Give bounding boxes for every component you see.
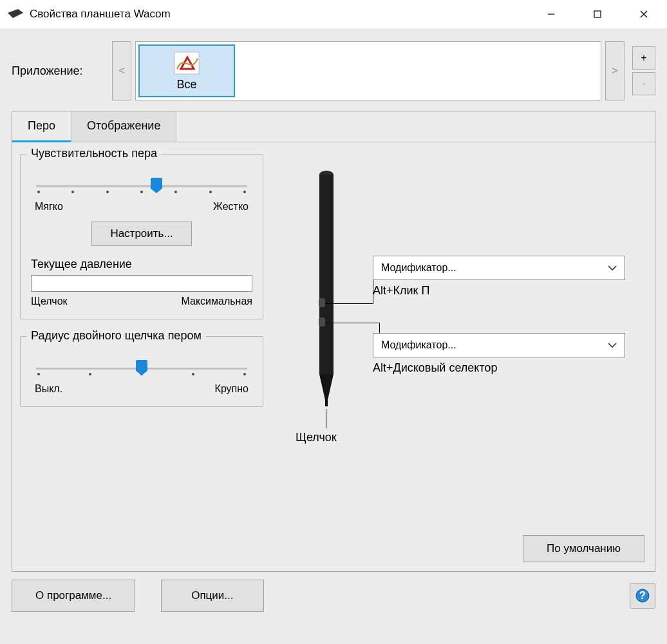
help-icon: ? — [635, 589, 650, 603]
svg-rect-8 — [325, 400, 328, 406]
panel-body: Чувствительность пера Мягко Жестко Настр… — [12, 142, 655, 536]
svg-text:?: ? — [639, 590, 646, 601]
svg-rect-7 — [319, 175, 334, 374]
panel-footer: По умолчанию — [523, 535, 644, 562]
settings-panel: Перо Отображение Чувствительность пера М… — [12, 111, 655, 572]
window-title: Свойства планшета Wacom — [30, 8, 528, 21]
app-scroll-left[interactable]: < — [112, 41, 131, 100]
connector-line — [325, 323, 379, 323]
all-apps-icon — [172, 51, 202, 77]
pen-button2-label: Модификатор... — [381, 339, 456, 351]
pen-button1-label: Модификатор... — [381, 262, 456, 274]
svg-rect-10 — [319, 317, 325, 327]
tip-feel-title: Чувствительность пера — [27, 147, 161, 160]
bottom-bar: О программе... Опции... ? — [0, 580, 667, 623]
about-button[interactable]: О программе... — [12, 580, 135, 612]
svg-marker-0 — [8, 9, 23, 18]
minimize-button[interactable] — [528, 0, 574, 28]
maximize-button[interactable] — [574, 0, 621, 28]
connector-line — [325, 303, 373, 304]
pen-button2-value: Alt+Дисковый селектор — [373, 361, 625, 375]
connector-line — [326, 409, 326, 428]
svg-rect-9 — [319, 298, 325, 307]
help-button[interactable]: ? — [630, 583, 655, 609]
double-click-title: Радиус двойного щелчка пером — [27, 329, 205, 343]
app-item-label: Все — [176, 78, 196, 91]
left-column: Чувствительность пера Мягко Жестко Настр… — [20, 154, 263, 525]
options-button[interactable]: Опции... — [161, 580, 263, 612]
pen-button1-value: Alt+Клик П — [373, 284, 625, 298]
pen-button1-dropdown[interactable]: Модификатор... — [373, 256, 625, 280]
titlebar: Свойства планшета Wacom — [0, 0, 667, 28]
tab-bar: Перо Отображение — [12, 111, 655, 142]
double-click-slider[interactable] — [36, 360, 247, 378]
app-scroll-right[interactable]: > — [605, 41, 625, 100]
application-label: Приложение: — [12, 64, 108, 78]
right-column: Щелчок Модификатор... Alt+Клик П Модифик… — [276, 154, 647, 525]
client-area: Приложение: < Все > + - Перо Отображение — [0, 28, 667, 644]
tip-feel-slider[interactable] — [36, 178, 247, 196]
application-strip: Все — [135, 41, 601, 100]
pen-button2-dropdown[interactable]: Модификатор... — [373, 333, 625, 357]
double-click-group: Радиус двойного щелчка пером Выкл. Крупн… — [20, 336, 263, 407]
double-click-large: Крупно — [215, 383, 249, 395]
remove-app-button[interactable]: - — [632, 72, 655, 95]
tip-feel-group: Чувствительность пера Мягко Жестко Настр… — [20, 154, 263, 319]
add-app-button[interactable]: + — [632, 46, 655, 70]
chevron-down-icon — [608, 262, 617, 274]
chevron-down-icon — [608, 339, 617, 351]
pen-button1-row: Модификатор... Alt+Клик П — [373, 256, 625, 298]
pressure-click: Щелчок — [31, 296, 68, 307]
pen-button2-row: Модификатор... Alt+Дисковый селектор — [373, 333, 625, 375]
tip-feel-firm: Жестко — [213, 201, 249, 213]
double-click-off: Выкл. — [35, 383, 62, 395]
app-item-all[interactable]: Все — [138, 44, 235, 97]
tablet-icon — [8, 9, 23, 19]
tab-mapping[interactable]: Отображение — [71, 111, 176, 142]
close-button[interactable] — [621, 0, 667, 28]
svg-rect-2 — [594, 11, 601, 17]
pen-illustration — [314, 169, 339, 414]
pressure-max: Максимальная — [182, 296, 253, 307]
tip-feel-soft: Мягко — [35, 201, 63, 213]
default-button[interactable]: По умолчанию — [523, 535, 644, 562]
current-pressure-label: Текущее давление — [31, 258, 252, 271]
window-controls — [528, 0, 667, 28]
pressure-bar — [31, 275, 252, 292]
application-row: Приложение: < Все > + - — [0, 28, 667, 108]
pen-tip-label: Щелчок — [296, 431, 337, 444]
tab-pen[interactable]: Перо — [12, 111, 71, 142]
customize-tip-feel-button[interactable]: Настроить... — [91, 222, 191, 246]
